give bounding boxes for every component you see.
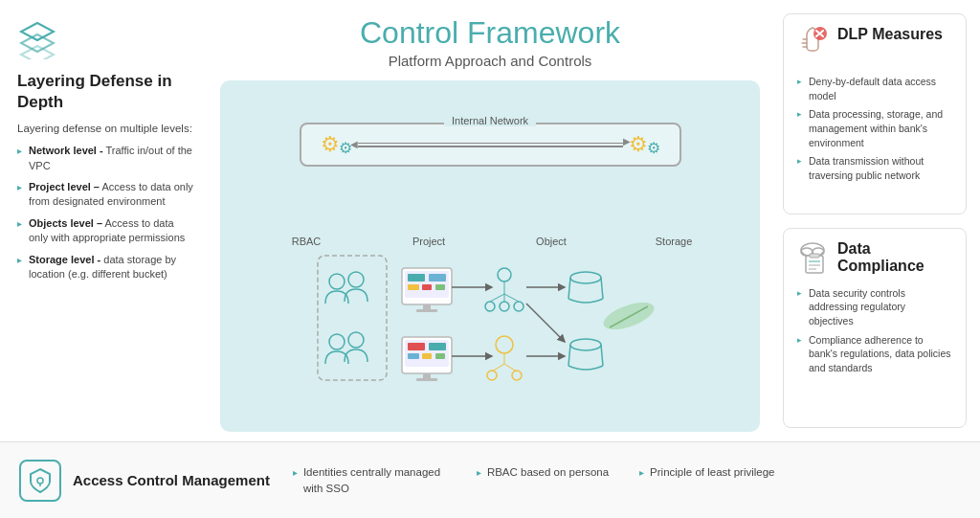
svg-rect-11 [429, 274, 446, 282]
compliance-title: Data Compliance [837, 240, 952, 275]
svg-line-32 [504, 294, 519, 302]
dlp-card: DLP Measures Deny-by-default data access… [783, 13, 967, 214]
svg-rect-10 [408, 274, 425, 282]
dlp-bullet-1: Deny-by-default data access model [797, 75, 952, 102]
svg-point-7 [348, 332, 364, 348]
svg-rect-3 [318, 256, 387, 380]
svg-rect-63 [810, 254, 819, 258]
svg-rect-22 [422, 353, 432, 359]
svg-rect-14 [435, 284, 445, 290]
svg-rect-13 [422, 284, 432, 290]
layers-icon [17, 19, 193, 63]
arrow-right [358, 143, 623, 145]
svg-point-5 [348, 272, 364, 287]
svg-rect-25 [416, 378, 437, 381]
svg-marker-0 [21, 23, 54, 40]
svg-point-51 [600, 297, 657, 335]
left-panel: Layering Defense in Depth Layering defen… [0, 0, 211, 441]
svg-line-46 [568, 278, 570, 299]
compliance-card: Data Compliance Data security controls a… [783, 228, 967, 429]
internal-network-box: Internal Network ⚙ ⚙ ⚙ ⚙ [300, 123, 681, 167]
col-object: Object [523, 236, 580, 247]
svg-point-28 [498, 268, 511, 282]
col-project: Project [400, 236, 457, 247]
right-panel: DLP Measures Deny-by-default data access… [769, 0, 980, 441]
svg-point-41 [512, 371, 522, 380]
svg-line-30 [490, 294, 504, 302]
acm-icon-title: Access Control Management [19, 460, 270, 502]
bottom-bullet-sso: ▸ Identities centrally managed with SSO [293, 464, 446, 495]
arrow-left [358, 146, 623, 147]
dlp-bullet-3: Data transmission without traversing pub… [797, 154, 952, 182]
svg-point-45 [570, 272, 601, 283]
bottom-bullet-polp: ▸ Principle of least privilege [639, 464, 774, 495]
svg-rect-16 [416, 309, 437, 312]
diagram-area: Internal Network ⚙ ⚙ ⚙ ⚙ RBAC Pro [220, 80, 760, 432]
svg-point-4 [329, 274, 345, 289]
gear-yellow-2: ⚙ [629, 132, 648, 157]
svg-line-43 [526, 304, 565, 342]
gear-group-right: ⚙ ⚙ [629, 132, 660, 157]
svg-rect-12 [408, 284, 419, 290]
bottom-bullets: ▸ Identities centrally managed with SSO … [293, 464, 961, 495]
svg-point-48 [570, 339, 601, 350]
main-subtitle: Platform Approach and Controls [389, 53, 592, 69]
gear-teal-2: ⚙ [647, 139, 660, 157]
svg-rect-21 [408, 353, 419, 359]
main-container: Layering Defense in Depth Layering defen… [0, 0, 980, 518]
shield-icon [19, 460, 61, 502]
bullet-network: Network level - Traffic in/out of the VP… [17, 144, 193, 173]
bullet-objects: Objects level – Access to data only with… [17, 216, 193, 246]
col-labels: RBAC Project Object Storage [235, 236, 745, 247]
dlp-title: DLP Measures [837, 26, 943, 43]
col-rbac: RBAC [278, 236, 335, 247]
svg-point-33 [485, 302, 495, 311]
dlp-header: DLP Measures [797, 26, 952, 67]
acm-title: Access Control Management [73, 471, 270, 490]
svg-point-67 [37, 478, 43, 484]
bottom-panel: Access Control Management ▸ Identities c… [0, 441, 980, 518]
compliance-bullet-1: Data security controls addressing regula… [797, 286, 952, 328]
gear-group-left: ⚙ ⚙ [321, 132, 352, 157]
bullet-dot-2: ▸ [477, 466, 481, 480]
svg-point-36 [496, 336, 513, 353]
internal-network-label: Internal Network [444, 115, 536, 126]
bullet-storage: Storage level - data storage by location… [17, 253, 193, 282]
svg-point-40 [487, 371, 497, 380]
compliance-icon [797, 240, 828, 279]
bullet-dot-3: ▸ [639, 466, 644, 480]
bullet-project: Project level – Access to data only from… [17, 180, 193, 210]
flow-diagram-svg [308, 251, 672, 390]
main-title: Control Framework [360, 15, 620, 51]
dlp-bullet-2: Data processing, storage, and management… [797, 107, 952, 149]
left-bullet-list: Network level - Traffic in/out of the VP… [17, 144, 193, 282]
svg-line-49 [568, 345, 570, 366]
svg-rect-15 [423, 304, 431, 309]
gear-yellow-1: ⚙ [321, 132, 340, 157]
svg-line-47 [601, 278, 603, 299]
svg-point-35 [514, 302, 523, 311]
compliance-bullet-2: Compliance adherence to bank's regulatio… [797, 333, 952, 375]
dlp-bullets: Deny-by-default data access model Data p… [797, 75, 952, 183]
svg-marker-1 [21, 34, 54, 52]
arrow-horiz [352, 143, 629, 147]
svg-rect-24 [423, 373, 431, 378]
svg-point-6 [329, 334, 345, 349]
svg-rect-62 [806, 256, 823, 273]
svg-rect-19 [408, 343, 425, 350]
left-panel-title: Layering Defense in Depth [17, 71, 193, 113]
left-panel-intro: Layering defense on multiple levels: [17, 121, 193, 136]
dlp-icon [797, 26, 828, 67]
svg-rect-20 [429, 343, 446, 350]
compliance-bullets: Data security controls addressing regula… [797, 286, 952, 375]
compliance-header: Data Compliance [797, 240, 952, 279]
svg-line-50 [601, 345, 603, 366]
bottom-bullet-rbac: ▸ RBAC based on persona [477, 464, 609, 495]
svg-rect-23 [435, 353, 445, 359]
center-panel: Control Framework Platform Approach and … [211, 0, 769, 441]
col-storage: Storage [645, 236, 702, 247]
svg-point-34 [500, 302, 509, 311]
bullet-dot-1: ▸ [293, 466, 298, 480]
